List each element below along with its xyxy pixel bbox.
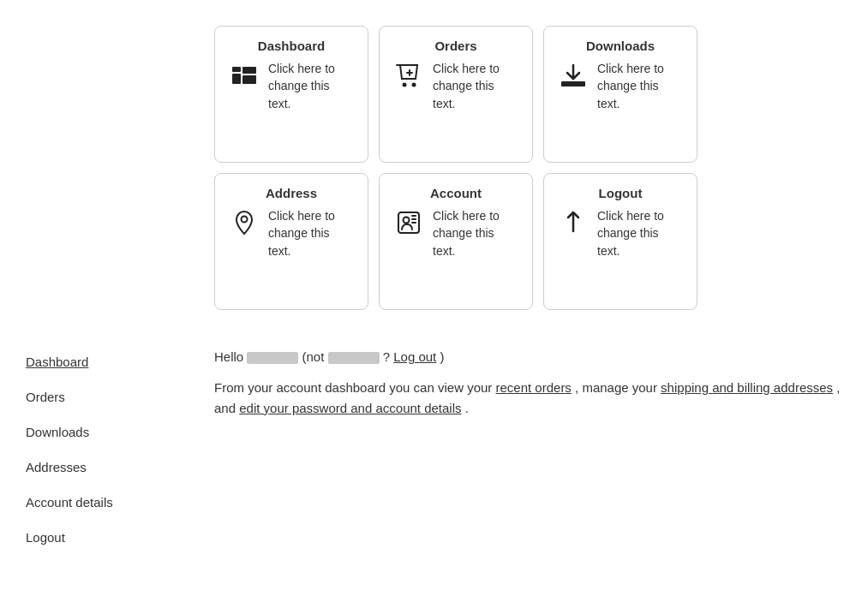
svg-rect-2 [242, 67, 256, 74]
hello-suffix: ? [383, 349, 394, 364]
svg-rect-0 [232, 67, 241, 72]
card-orders-title: Orders [393, 39, 518, 53]
card-downloads[interactable]: Downloads Click here to change this text… [543, 26, 697, 163]
address-icon [229, 207, 260, 238]
username-redacted [247, 352, 298, 364]
card-downloads-body: Click here to change this text. [558, 60, 683, 112]
dashboard-icon [229, 60, 260, 91]
desc-middle1: , manage your [575, 380, 661, 395]
card-dashboard-text: Click here to change this text. [268, 60, 354, 112]
orders-icon [393, 60, 424, 91]
bottom-section: Dashboard Orders Downloads Addresses Acc… [26, 336, 842, 555]
card-logout-body: Click here to change this text. [558, 207, 683, 259]
logout-link[interactable]: Log out [393, 349, 436, 364]
sidebar-item-logout[interactable]: Logout [26, 520, 163, 555]
sidebar-item-addresses[interactable]: Addresses [26, 450, 163, 485]
card-logout-text: Click here to change this text. [597, 207, 683, 259]
card-account[interactable]: Account Click here to change this text. [379, 173, 533, 310]
hello-middle: (not [302, 349, 328, 364]
hello-closing: ) [440, 349, 444, 364]
card-address-body: Click here to change this text. [229, 207, 354, 259]
card-address[interactable]: Address Click here to change this text. [214, 173, 368, 310]
svg-rect-3 [242, 75, 256, 84]
card-dashboard-body: Click here to change this text. [229, 60, 354, 112]
card-orders-body: Click here to change this text. [393, 60, 518, 112]
username2-redacted [328, 352, 380, 364]
shipping-billing-link[interactable]: shipping and billing addresses [661, 380, 833, 395]
hello-line: Hello (not ? Log out ) [214, 349, 842, 364]
svg-point-9 [404, 218, 410, 224]
card-orders[interactable]: Orders Click here to change this text. [379, 26, 533, 163]
downloads-icon [558, 60, 589, 91]
svg-point-4 [403, 83, 407, 87]
main-content: Hello (not ? Log out ) From your account… [214, 344, 842, 555]
sidebar-item-account-details[interactable]: Account details [26, 485, 163, 520]
card-grid: Dashboard Click here to change this text… [214, 26, 842, 310]
card-dashboard[interactable]: Dashboard Click here to change this text… [214, 26, 368, 163]
logout-icon [558, 207, 589, 238]
card-account-body: Click here to change this text. [393, 207, 518, 259]
card-logout[interactable]: Logout Click here to change this text. [543, 173, 697, 310]
card-orders-text: Click here to change this text. [433, 60, 518, 112]
card-address-title: Address [229, 186, 354, 200]
sidebar-item-dashboard[interactable]: Dashboard [26, 344, 163, 379]
desc-suffix: . [465, 401, 469, 415]
card-downloads-text: Click here to change this text. [597, 60, 683, 112]
sidebar-nav: Dashboard Orders Downloads Addresses Acc… [26, 344, 163, 555]
card-downloads-title: Downloads [558, 39, 683, 53]
card-address-text: Click here to change this text. [268, 207, 354, 259]
svg-point-7 [242, 217, 248, 223]
sidebar-item-downloads[interactable]: Downloads [26, 414, 163, 450]
account-icon [393, 207, 424, 238]
recent-orders-link[interactable]: recent orders [496, 380, 572, 395]
edit-password-link[interactable]: edit your password and account details [239, 401, 461, 415]
card-account-title: Account [393, 186, 518, 200]
svg-rect-1 [232, 74, 241, 84]
description-line: From your account dashboard you can view… [214, 378, 842, 419]
card-account-text: Click here to change this text. [433, 207, 518, 259]
card-logout-title: Logout [558, 186, 683, 200]
card-dashboard-title: Dashboard [229, 39, 354, 53]
sidebar-item-orders[interactable]: Orders [26, 379, 163, 414]
svg-rect-6 [561, 81, 585, 86]
hello-prefix: Hello [214, 349, 243, 364]
desc-prefix: From your account dashboard you can view… [214, 380, 496, 395]
svg-point-5 [412, 83, 416, 87]
